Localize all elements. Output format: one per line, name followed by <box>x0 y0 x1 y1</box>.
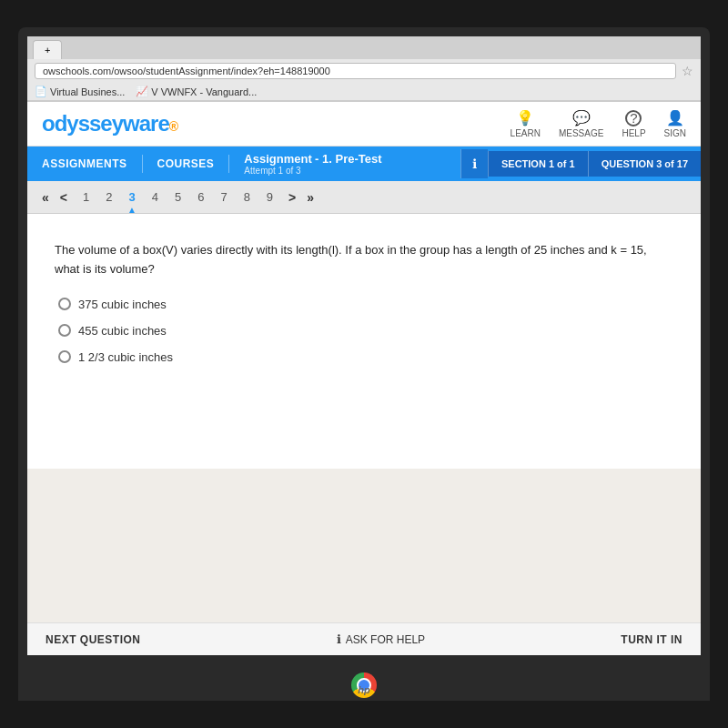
hp-logo: hp <box>358 684 369 695</box>
next-question-button[interactable]: NEXT QUESTION <box>46 633 141 646</box>
bookmark-1-icon: 📄 <box>35 86 47 97</box>
option-b-label: 455 cubic inches <box>78 324 167 338</box>
q-num-2[interactable]: 2 <box>101 188 116 206</box>
question-numbers: 1 2 3 4 5 6 7 8 9 <box>78 188 278 206</box>
message-label: MESSAGE <box>559 128 603 138</box>
section-label: SECTION 1 of 1 <box>488 151 588 177</box>
ask-help-label: ASK FOR HELP <box>346 633 425 646</box>
nav-forward-single[interactable]: > <box>288 190 296 205</box>
app-logo: odysseyware® <box>42 111 177 136</box>
turn-in-button[interactable]: TURN IT IN <box>621 633 682 646</box>
header-icons: 💡 LEARN 💬 MESSAGE ? HELP 👤 SIGN <box>511 109 686 138</box>
bookmark-2-label: V VWNFX - Vanguard... <box>151 86 257 97</box>
ask-help-icon: ℹ <box>337 632 341 646</box>
app-header: odysseyware® 💡 LEARN 💬 MESSAGE ? HELP <box>27 102 701 147</box>
q-num-7[interactable]: 7 <box>216 188 231 206</box>
ask-help-button[interactable]: ℹ ASK FOR HELP <box>337 632 425 646</box>
q-num-3[interactable]: 3 <box>124 188 139 206</box>
nav-right: ℹ SECTION 1 of 1 QUESTION 3 of 17 <box>460 149 701 178</box>
learn-label: LEARN <box>511 128 541 138</box>
help-icon: ? <box>625 110 642 126</box>
learn-icon: 💡 <box>516 109 534 126</box>
option-a[interactable]: 375 cubic inches <box>58 298 673 311</box>
assignment-title: Assignment <box>244 152 311 166</box>
bottom-bar: NEXT QUESTION ℹ ASK FOR HELP TURN IT IN <box>27 622 701 655</box>
browser-tab[interactable]: + <box>33 40 62 59</box>
q-num-1[interactable]: 1 <box>78 188 94 206</box>
option-c-label: 1 2/3 cubic inches <box>78 350 173 364</box>
message-icon: 💬 <box>572 109 591 126</box>
nav-forward-double[interactable]: » <box>307 190 314 205</box>
option-b[interactable]: 455 cubic inches <box>58 324 673 338</box>
address-bar[interactable]: owschools.com/owsoo/studentAssignment/in… <box>35 63 676 79</box>
bookmark-1-label: Virtual Busines... <box>50 86 125 97</box>
nav-bar: ASSIGNMENTS COURSES Assignment - 1. Pre-… <box>27 147 701 181</box>
option-c[interactable]: 1 2/3 cubic inches <box>58 350 673 364</box>
answer-options: 375 cubic inches 455 cubic inches 1 2/3 … <box>58 298 673 364</box>
url-text: owschools.com/owsoo/studentAssignment/in… <box>43 66 330 76</box>
bookmark-1[interactable]: 📄 Virtual Busines... <box>35 86 125 97</box>
question-text: The volume of a box(V) varies directly w… <box>55 241 673 279</box>
radio-a[interactable] <box>58 298 71 310</box>
option-a-label: 375 cubic inches <box>78 298 167 311</box>
assignment-info: Assignment - 1. Pre-Test Attempt 1 of 3 <box>229 147 396 181</box>
sign-icon: 👤 <box>666 109 684 126</box>
info-button[interactable]: ℹ <box>460 149 488 178</box>
sign-label: SIGN <box>664 128 686 138</box>
q-num-8[interactable]: 8 <box>239 188 255 206</box>
question-content: The volume of a box(V) varies directly w… <box>27 214 701 469</box>
q-num-9[interactable]: 9 <box>262 188 278 206</box>
radio-c[interactable] <box>58 350 71 363</box>
assignment-attempt: Attempt 1 of 3 <box>244 166 381 176</box>
tab-label: + <box>45 45 50 56</box>
assignment-name: - 1. Pre-Test <box>315 152 381 166</box>
assignments-nav[interactable]: ASSIGNMENTS <box>27 148 142 179</box>
logo-registered: ® <box>169 119 177 134</box>
nav-back-double[interactable]: « <box>42 190 49 205</box>
bookmark-2[interactable]: 📈 V VWNFX - Vanguard... <box>136 86 257 97</box>
logo-text: odysseyware <box>42 111 169 136</box>
q-num-5[interactable]: 5 <box>170 188 186 206</box>
message-button[interactable]: 💬 MESSAGE <box>559 109 603 138</box>
question-label: QUESTION 3 of 17 <box>588 151 701 177</box>
radio-b[interactable] <box>58 324 71 337</box>
help-label: HELP <box>622 128 645 138</box>
q-num-6[interactable]: 6 <box>193 188 208 206</box>
bookmark-2-icon: 📈 <box>136 86 148 97</box>
nav-back-single[interactable]: < <box>60 190 67 205</box>
help-button[interactable]: ? HELP <box>622 110 645 138</box>
star-icon: ☆ <box>682 64 693 78</box>
courses-nav[interactable]: COURSES <box>143 148 229 179</box>
question-navigator: « < 1 2 3 4 5 6 7 8 9 > » <box>27 181 701 214</box>
chrome-taskbar <box>18 666 710 701</box>
learn-button[interactable]: 💡 LEARN <box>511 109 541 138</box>
sign-button[interactable]: 👤 SIGN <box>664 109 686 138</box>
q-num-4[interactable]: 4 <box>147 188 163 206</box>
